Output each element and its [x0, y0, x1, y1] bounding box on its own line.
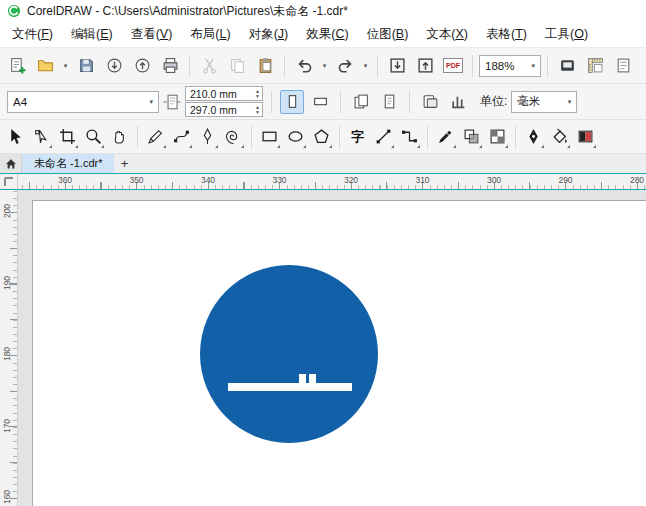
menu-item[interactable]: 工具(O)	[536, 22, 597, 47]
separator	[427, 126, 428, 148]
page-layout-button[interactable]	[446, 90, 470, 114]
undo-button[interactable]	[291, 53, 317, 79]
apply-current-page-button[interactable]	[377, 90, 401, 114]
print-button[interactable]	[157, 53, 183, 79]
undo-dropdown-arrow-icon[interactable]: ▾	[319, 53, 330, 79]
portrait-icon	[284, 93, 301, 110]
line-tool[interactable]	[371, 123, 396, 150]
page-width-input[interactable]: 210.0 mm ▲▼	[185, 86, 263, 101]
menu-item[interactable]: 表格(T)	[477, 22, 536, 47]
property-bar: A4 ▾ 210.0 mm ▲▼ 297.0 mm ▲▼	[0, 84, 646, 120]
transparency-icon	[463, 128, 480, 145]
open-button[interactable]	[32, 53, 58, 79]
cloud-upload-icon	[134, 57, 151, 74]
menu-item[interactable]: 查看(V)	[122, 22, 182, 47]
page-height-input[interactable]: 297.0 mm ▲▼	[185, 102, 263, 117]
open-folder-icon	[37, 57, 54, 74]
publish-pdf-button[interactable]: PDF	[440, 53, 466, 79]
home-tab-button[interactable]	[0, 154, 22, 173]
freehand-tool[interactable]	[143, 123, 168, 150]
portrait-button[interactable]	[280, 90, 304, 114]
ruler-origin-corner[interactable]	[0, 174, 18, 189]
menu-item[interactable]: 文件(F)	[3, 22, 62, 47]
new-tab-button[interactable]: +	[114, 154, 134, 173]
apply-all-pages-button[interactable]	[349, 90, 373, 114]
white-tick-shape[interactable]	[299, 374, 306, 384]
rectangle-tool[interactable]	[257, 123, 282, 150]
cloud-download-button[interactable]	[101, 53, 127, 79]
units-value: 毫米	[517, 94, 540, 109]
units-label: 单位:	[480, 93, 507, 110]
zoom-level-select[interactable]: 188% ▾	[479, 55, 541, 77]
interactive-fill-tool[interactable]	[573, 123, 598, 150]
polygon-tool[interactable]	[309, 123, 334, 150]
hruler-label: 350	[129, 175, 143, 185]
toolbox: 字	[0, 120, 646, 154]
height-spinner[interactable]: ▲▼	[255, 105, 260, 114]
separator	[409, 91, 410, 113]
options-button[interactable]	[610, 53, 636, 79]
vertical-ruler[interactable]: 200190180170160	[0, 190, 18, 506]
separator	[251, 126, 252, 148]
undo-icon	[296, 57, 313, 74]
redo-dropdown-arrow-icon[interactable]: ▾	[360, 53, 371, 79]
menu-item[interactable]: 对象(J)	[240, 22, 298, 47]
ellipse-tool[interactable]	[283, 123, 308, 150]
menu-item[interactable]: 位图(B)	[358, 22, 418, 47]
units-dropdown-arrow-icon: ▾	[562, 98, 572, 106]
page-dimensions-group: 210.0 mm ▲▼ 297.0 mm ▲▼	[185, 86, 263, 117]
menubar: 文件(F)编辑(E)查看(V)布局(L)对象(J)效果(C)位图(B)文本(X)…	[0, 22, 646, 48]
redo-button[interactable]	[332, 53, 358, 79]
units-select[interactable]: 毫米 ▾	[511, 91, 577, 113]
spiral-tool[interactable]	[221, 123, 246, 150]
bezier-curve-icon	[173, 128, 190, 145]
hruler-label: 330	[272, 175, 286, 185]
fullscreen-preview-button[interactable]	[554, 53, 580, 79]
bezier-tool[interactable]	[169, 123, 194, 150]
export-button[interactable]	[412, 53, 438, 79]
menu-item[interactable]: 编辑(E)	[62, 22, 122, 47]
blue-circle-shape[interactable]	[200, 265, 378, 443]
page-size-value: A4	[13, 96, 27, 108]
width-spinner[interactable]: ▲▼	[255, 89, 260, 98]
zoom-tool[interactable]	[81, 123, 106, 150]
pick-tool[interactable]	[3, 123, 28, 150]
page-size-select[interactable]: A4 ▾	[7, 91, 159, 113]
menu-item[interactable]: 布局(L)	[181, 22, 239, 47]
publish-pdf-icon: PDF	[443, 58, 463, 73]
outline-pen-tool[interactable]	[521, 123, 546, 150]
open-dropdown-arrow-icon[interactable]: ▾	[60, 53, 71, 79]
fill-tool[interactable]	[547, 123, 572, 150]
page-border-button[interactable]	[418, 90, 442, 114]
document-tab[interactable]: 未命名 -1.cdr*	[22, 154, 114, 173]
save-button[interactable]	[73, 53, 99, 79]
canvas[interactable]	[18, 190, 646, 506]
new-document-button[interactable]	[4, 53, 30, 79]
cloud-upload-button[interactable]	[129, 53, 155, 79]
separator	[271, 91, 272, 113]
connector-tool[interactable]	[397, 123, 422, 150]
checkerboard-fill-tool[interactable]	[485, 123, 510, 150]
white-tick-shape[interactable]	[309, 374, 316, 384]
paste-button[interactable]	[252, 53, 278, 79]
paste-icon	[257, 57, 274, 74]
pan-tool[interactable]	[107, 123, 132, 150]
menu-item[interactable]: 效果(C)	[297, 22, 357, 47]
menu-item[interactable]: 文本(X)	[417, 22, 477, 47]
connector-icon	[401, 128, 418, 145]
text-tool[interactable]: 字	[345, 123, 370, 150]
eyedropper-tool[interactable]	[433, 123, 458, 150]
crop-tool[interactable]	[55, 123, 80, 150]
landscape-button[interactable]	[308, 90, 332, 114]
fill-bucket-icon	[551, 128, 568, 145]
checkerboard-icon	[489, 128, 506, 145]
white-bar-shape[interactable]	[228, 383, 352, 391]
transparency-tool[interactable]	[459, 123, 484, 150]
horizontal-ruler[interactable]: 360350340330320310300290280	[18, 174, 646, 189]
shape-tool[interactable]	[29, 123, 54, 150]
pen-tool[interactable]	[195, 123, 220, 150]
canvas-row: 200190180170160	[0, 190, 646, 506]
document-page[interactable]	[32, 200, 646, 506]
import-button[interactable]	[384, 53, 410, 79]
show-rulers-button[interactable]	[582, 53, 608, 79]
